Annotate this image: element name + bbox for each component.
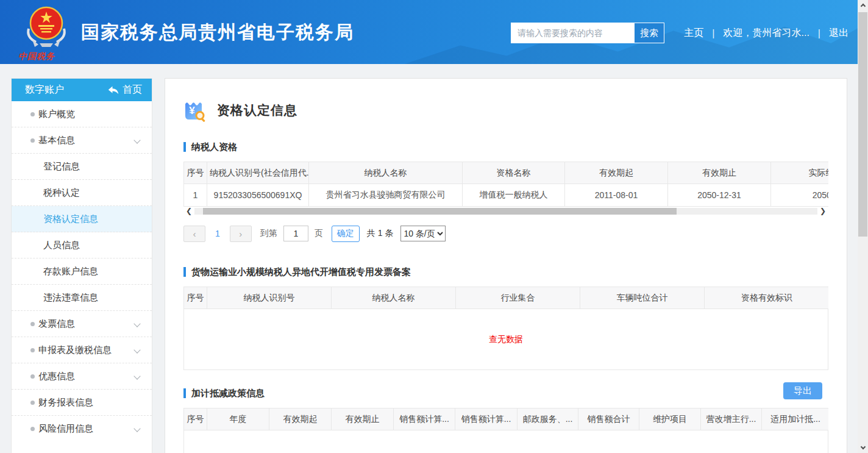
sidebar-item[interactable]: 风险信用信息: [12, 416, 152, 442]
sidebar-item-label: 账户概览: [38, 109, 75, 120]
chevron-down-icon: [133, 425, 140, 432]
taxpayer-qualification-table-wrap: 序号纳税人识别号(社会信用代...纳税人名称资格名称有效期起有效期止实际终止19…: [183, 162, 828, 207]
section-accent-bar: [183, 388, 186, 398]
sidebar-item-label: 违法违章信息: [43, 292, 98, 304]
hscroll-track[interactable]: [194, 208, 817, 215]
column-header: 年度: [207, 408, 269, 430]
column-header: 实际终止: [771, 162, 829, 184]
column-header: 有效期止: [332, 408, 394, 430]
additional-deduction-table-body: [183, 430, 828, 453]
sidebar-item-label: 资格认定信息: [43, 213, 98, 225]
browser-scrollbar[interactable]: [858, 0, 868, 453]
top-nav: 主页 | 欢迎，贵州省习水... | 退出: [684, 27, 848, 40]
column-header: 邮政服务、...: [518, 408, 578, 430]
sidebar-item-label: 风险信用信息: [38, 423, 93, 435]
goto-page-label: 到第: [260, 228, 277, 239]
nav-separator: |: [712, 28, 714, 39]
scroll-down-icon[interactable]: [858, 443, 868, 453]
chevron-down-icon: [133, 346, 140, 353]
tax-emblem-logo: 中国税务: [17, 4, 75, 62]
sidebar-item[interactable]: 人员信息: [12, 232, 152, 259]
table-row: 19152033056500691XQ贵州省习水县骏驰商贸有限公司增值税一般纳税…: [184, 184, 829, 207]
sidebar-item-label: 登记信息: [43, 161, 80, 173]
sidebar-item[interactable]: 账户概览: [12, 101, 152, 127]
section-header-freight-transport: 货物运输业小规模纳税人异地代开增值税专用发票备案: [183, 266, 828, 278]
sidebar-item[interactable]: 基本信息: [12, 127, 152, 154]
search-input[interactable]: [511, 23, 634, 43]
column-header: 序号: [184, 162, 207, 184]
search-button[interactable]: 搜索: [634, 23, 664, 43]
column-header: 行业集合: [456, 287, 580, 309]
hscroll-thumb[interactable]: [203, 208, 677, 215]
column-header: 销售额计算...: [455, 408, 518, 430]
home-link[interactable]: 主页: [684, 27, 703, 40]
sidebar-item[interactable]: 发票信息: [12, 311, 152, 337]
column-header: 销售额计算...: [394, 408, 455, 430]
sidebar-item[interactable]: 违法违章信息: [12, 285, 152, 311]
column-header: 维护项目: [639, 408, 701, 430]
column-header: 纳税人名称: [309, 162, 463, 184]
sidebar-item[interactable]: 财务报表信息: [12, 390, 152, 416]
sidebar-item-label: 优惠信息: [38, 371, 75, 382]
table-cell: 1: [184, 184, 207, 207]
freight-transport-table: 序号纳税人识别号纳税人名称行业集合车辆吨位合计资格有效标识: [183, 287, 828, 309]
pagination: ‹ 1 › 到第 页 确定 共 1 条 10 条/页: [183, 225, 828, 242]
section-title: 纳税人资格: [191, 141, 237, 153]
column-header: 营改增主行...: [701, 408, 762, 430]
sidebar-item[interactable]: 资格认定信息: [12, 206, 152, 232]
sidebar-item-label: 人员信息: [43, 240, 80, 251]
next-page-button[interactable]: ›: [230, 226, 252, 242]
site-title: 国家税务总局贵州省电子税务局: [81, 20, 354, 45]
bullet-icon: [30, 401, 35, 405]
table-horizontal-scrollbar: ❮ ❯: [183, 207, 828, 215]
sidebar-item[interactable]: 登记信息: [12, 154, 152, 180]
table-cell: 增值税一般纳税人: [463, 184, 565, 207]
sidebar-item[interactable]: 税种认定: [12, 180, 152, 206]
sidebar: 数字账户 首页 账户概览基本信息登记信息税种认定资格认定信息人员信息存款账户信息…: [11, 78, 152, 453]
sidebar-item-label: 发票信息: [38, 318, 75, 330]
main-panel: ¥ 资格认定信息 纳税人资格 序号纳税人识别号(社会信用代...纳税人名称资格名…: [165, 78, 847, 453]
sidebar-home-link[interactable]: 首页: [108, 84, 142, 96]
current-page-number[interactable]: 1: [215, 229, 220, 238]
sidebar-item[interactable]: 优惠信息: [12, 363, 152, 390]
column-header: 有效期止: [668, 162, 771, 184]
prev-page-button[interactable]: ‹: [183, 226, 205, 242]
welcome-user-link[interactable]: 欢迎，贵州省习水...: [724, 27, 809, 40]
taxpayer-qualification-table: 序号纳税人识别号(社会信用代...纳税人名称资格名称有效期起有效期止实际终止19…: [183, 162, 828, 207]
section-accent-bar: [183, 267, 186, 277]
nav-separator: |: [818, 28, 820, 39]
scroll-left-icon[interactable]: ❮: [183, 207, 194, 215]
page-size-select[interactable]: 10 条/页: [400, 226, 446, 241]
table-cell: 2050-12-31: [668, 184, 771, 207]
column-header: 车辆吨位合计: [580, 287, 705, 309]
goto-page-input[interactable]: [283, 226, 308, 241]
bullet-icon: [30, 322, 35, 326]
vscroll-thumb[interactable]: [858, 12, 867, 237]
bullet-icon: [30, 427, 35, 431]
logo-caption: 中国税务: [17, 51, 75, 62]
logout-link[interactable]: 退出: [829, 27, 848, 40]
bullet-icon: [30, 138, 35, 143]
sidebar-item-label: 财务报表信息: [38, 397, 93, 408]
table-cell: 贵州省习水县骏驰商贸有限公司: [309, 184, 463, 207]
page-title: 资格认定信息: [217, 102, 297, 119]
section-header-taxpayer-qualification: 纳税人资格: [183, 141, 828, 153]
section-title: 货物运输业小规模纳税人异地代开增值税专用发票备案: [191, 266, 411, 278]
no-data-message: 查无数据: [489, 334, 523, 345]
table-cell: 9152033056500691XQ: [207, 184, 309, 207]
confirm-page-button[interactable]: 确定: [332, 226, 360, 242]
section-header-additional-deduction: 加计抵减政策信息: [183, 387, 265, 399]
export-button[interactable]: 导出: [783, 382, 822, 399]
section-accent-bar: [183, 142, 186, 152]
sidebar-item[interactable]: 申报表及缴税信息: [12, 337, 152, 363]
sidebar-item[interactable]: 存款账户信息: [12, 259, 152, 285]
column-header: 适用加计抵...: [762, 408, 829, 430]
search-group: 搜索: [511, 23, 664, 43]
column-header: 纳税人识别号(社会信用代...: [207, 162, 309, 184]
scroll-up-icon[interactable]: [858, 0, 868, 10]
bullet-icon: [30, 374, 35, 379]
scroll-right-icon[interactable]: ❯: [817, 207, 828, 215]
column-header: 资格名称: [463, 162, 565, 184]
freight-transport-table-wrap: 序号纳税人识别号纳税人名称行业集合车辆吨位合计资格有效标识: [183, 287, 828, 309]
column-header: 序号: [184, 287, 207, 309]
